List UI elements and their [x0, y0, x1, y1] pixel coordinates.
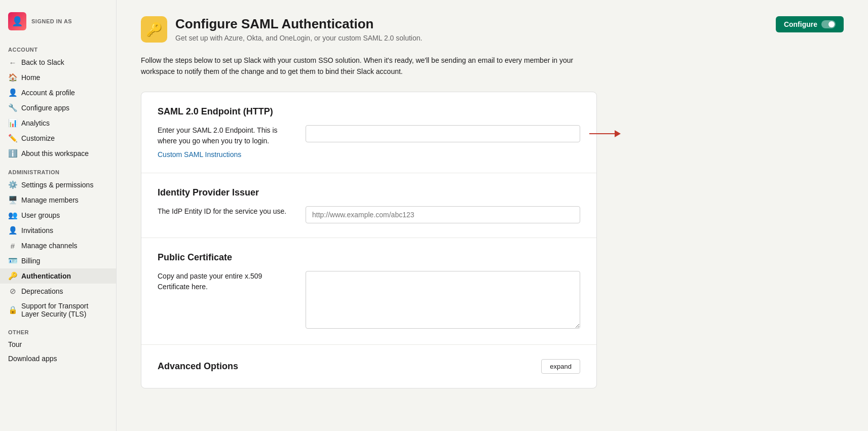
- sidebar-item-customize[interactable]: ✏️ Customize: [0, 131, 116, 146]
- back-icon: ←: [8, 58, 17, 67]
- sidebar-item-label: Settings & permissions: [21, 181, 93, 189]
- identity-provider-input-group: [306, 206, 580, 223]
- avatar: 👤: [8, 12, 26, 30]
- public-certificate-label-group: Copy and paste your entire x.509 Certifi…: [158, 271, 289, 296]
- sidebar-item-settings-permissions[interactable]: ⚙️ Settings & permissions: [0, 177, 116, 192]
- page-title: Configure SAML Authentication: [175, 16, 422, 32]
- section-label-other: OTHER: [0, 321, 116, 337]
- saml-endpoint-label-group: Enter your SAML 2.0 Endpoint. This is wh…: [158, 125, 289, 159]
- sidebar-item-label: Support for Transport Layer Security (TL…: [21, 302, 108, 318]
- configure-button[interactable]: Configure: [776, 16, 844, 32]
- sidebar: 👤 SIGNED IN AS ACCOUNT ← Back to Slack 🏠…: [0, 0, 117, 431]
- person-icon: 👤: [8, 88, 17, 97]
- public-certificate-desc: Copy and paste your entire x.509 Certifi…: [158, 271, 289, 292]
- page-subtitle: Get set up with Azure, Okta, and OneLogi…: [175, 34, 422, 42]
- signed-in-label: SIGNED IN AS: [31, 18, 72, 24]
- page-icon: 🔑: [141, 16, 167, 43]
- key-icon: 🔑: [8, 271, 17, 281]
- sidebar-section-administration: ADMINISTRATION ⚙️ Settings & permissions…: [0, 161, 116, 321]
- section-label-account: ACCOUNT: [0, 38, 116, 55]
- sidebar-item-label: Manage members: [21, 196, 79, 204]
- sidebar-item-authentication[interactable]: 🔑 Authentication: [0, 268, 116, 284]
- analytics-icon: 📊: [8, 119, 17, 128]
- advanced-options-row: Advanced Options expand: [158, 359, 580, 374]
- arrow-line: [589, 133, 615, 134]
- intro-text: Follow the steps below to set up Slack w…: [141, 55, 577, 77]
- identity-provider-row: The IdP Entity ID for the service you us…: [158, 206, 580, 223]
- sidebar-item-account-profile[interactable]: 👤 Account & profile: [0, 85, 116, 100]
- sidebar-item-manage-channels[interactable]: # Manage channels: [0, 238, 116, 253]
- sidebar-item-invitations[interactable]: 👤 Invitations: [0, 223, 116, 238]
- sidebar-item-label: Configure apps: [21, 104, 69, 112]
- expand-button[interactable]: expand: [541, 359, 580, 374]
- sidebar-item-manage-members[interactable]: 🖥️ Manage members: [0, 192, 116, 208]
- custom-saml-link[interactable]: Custom SAML Instructions: [158, 150, 241, 159]
- advanced-options-section: Advanced Options expand: [141, 344, 596, 388]
- sidebar-item-label: User groups: [21, 211, 60, 219]
- sidebar-item-tls[interactable]: 🔒 Support for Transport Layer Security (…: [0, 299, 116, 321]
- saml-endpoint-title: SAML 2.0 Endpoint (HTTP): [158, 106, 580, 117]
- public-certificate-section: Public Certificate Copy and paste your e…: [141, 238, 596, 344]
- sidebar-item-user-groups[interactable]: 👥 User groups: [0, 208, 116, 223]
- public-certificate-textarea[interactable]: [306, 271, 580, 329]
- saml-endpoint-row: Enter your SAML 2.0 Endpoint. This is wh…: [158, 125, 580, 159]
- groups-icon: 👥: [8, 211, 17, 220]
- sidebar-section-other: OTHER Tour Download apps: [0, 321, 116, 366]
- saml-endpoint-input[interactable]: [306, 125, 580, 142]
- saml-endpoint-desc: Enter your SAML 2.0 Endpoint. This is wh…: [158, 125, 289, 146]
- sidebar-item-deprecations[interactable]: ⊘ Deprecations: [0, 284, 116, 299]
- sidebar-item-label: Download apps: [8, 355, 57, 363]
- home-icon: 🏠: [8, 73, 17, 82]
- saml-endpoint-section: SAML 2.0 Endpoint (HTTP) Enter your SAML…: [141, 92, 596, 173]
- lock-icon: 🔒: [8, 305, 17, 315]
- sidebar-item-download-apps[interactable]: Download apps: [0, 351, 116, 366]
- info-icon: ℹ️: [8, 149, 17, 158]
- sidebar-item-analytics[interactable]: 📊 Analytics: [0, 115, 116, 131]
- identity-provider-section: Identity Provider Issuer The IdP Entity …: [141, 173, 596, 238]
- customize-icon: ✏️: [8, 134, 17, 143]
- sidebar-item-label: Authentication: [21, 272, 71, 280]
- billing-icon: 🪪: [8, 256, 17, 265]
- invitations-icon: 👤: [8, 226, 17, 235]
- advanced-options-title: Advanced Options: [158, 361, 238, 372]
- section-label-admin: ADMINISTRATION: [0, 161, 116, 177]
- hash-icon: #: [8, 241, 17, 250]
- deprecations-icon: ⊘: [8, 287, 17, 296]
- configure-icon: 🔧: [8, 103, 17, 112]
- page-header: 🔑 Configure SAML Authentication Get set …: [141, 16, 844, 43]
- sidebar-item-label: Manage channels: [21, 242, 78, 250]
- sidebar-item-back-to-slack[interactable]: ← Back to Slack: [0, 55, 116, 70]
- identity-provider-input[interactable]: [306, 206, 580, 223]
- toggle-switch: [821, 20, 836, 28]
- arrow-head: [615, 130, 621, 137]
- sidebar-item-label: Tour: [8, 340, 22, 348]
- user-section: 👤 SIGNED IN AS: [0, 8, 116, 38]
- sidebar-item-label: Customize: [21, 134, 55, 142]
- sidebar-item-home[interactable]: 🏠 Home: [0, 70, 116, 85]
- sidebar-item-billing[interactable]: 🪪 Billing: [0, 253, 116, 268]
- sidebar-item-label: Back to Slack: [21, 58, 64, 66]
- page-title-group: Configure SAML Authentication Get set up…: [175, 16, 422, 42]
- sidebar-item-label: Invitations: [21, 226, 53, 234]
- configure-button-label: Configure: [784, 20, 817, 28]
- arrow-annotation: [589, 130, 621, 137]
- main-content: 🔑 Configure SAML Authentication Get set …: [117, 0, 868, 431]
- sidebar-item-tour[interactable]: Tour: [0, 337, 116, 351]
- sidebar-item-about-workspace[interactable]: ℹ️ About this workspace: [0, 146, 116, 161]
- identity-provider-title: Identity Provider Issuer: [158, 187, 580, 198]
- sidebar-item-configure-apps[interactable]: 🔧 Configure apps: [0, 100, 116, 115]
- saml-endpoint-input-group: [306, 125, 580, 142]
- public-certificate-row: Copy and paste your entire x.509 Certifi…: [158, 271, 580, 330]
- sidebar-item-label: Analytics: [21, 119, 50, 127]
- sidebar-item-label: Account & profile: [21, 89, 75, 97]
- identity-provider-label-group: The IdP Entity ID for the service you us…: [158, 206, 289, 221]
- page-header-left: 🔑 Configure SAML Authentication Get set …: [141, 16, 422, 43]
- sidebar-item-label: Home: [21, 73, 40, 82]
- sidebar-item-label: About this workspace: [21, 149, 89, 158]
- gear-icon: ⚙️: [8, 180, 17, 189]
- public-certificate-title: Public Certificate: [158, 252, 580, 263]
- public-certificate-input-group: [306, 271, 580, 330]
- identity-provider-desc: The IdP Entity ID for the service you us…: [158, 206, 289, 217]
- sidebar-item-label: Billing: [21, 257, 40, 265]
- sidebar-item-label: Deprecations: [21, 287, 63, 295]
